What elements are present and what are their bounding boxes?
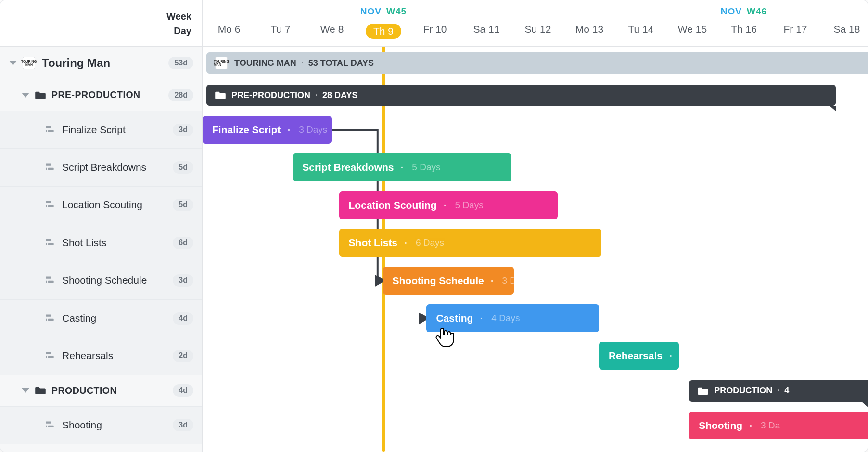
duration-badge: 53d [168,57,193,69]
task-bar[interactable]: Finalize Script·3 Days [203,116,332,144]
caret-icon[interactable] [22,388,29,393]
svg-rect-0 [46,126,51,128]
project-banner-name: TOURING MAN [234,58,296,68]
svg-rect-15 [46,314,51,316]
task-bar-duration: 6 Days [416,238,444,248]
duration-badge: 28d [168,89,193,101]
svg-rect-17 [46,318,47,320]
svg-rect-3 [46,164,51,166]
sidebar-task-row[interactable]: Shooting3d [0,407,202,444]
folder-icon [215,91,226,100]
svg-rect-14 [46,281,47,283]
duration-badge: 4d [173,312,193,325]
task-icon [46,314,55,322]
caret-icon[interactable] [9,61,17,65]
task-bar[interactable]: Shooting Schedule·3 Days [383,267,514,295]
task-bar[interactable]: Casting·4 Days [426,304,599,332]
label-week: Week [166,9,191,24]
task-bar-name: Shooting Schedule [393,275,484,287]
folder-icon [35,91,46,100]
task-bar-duration: 5 Days [455,200,484,211]
day-label[interactable]: Fr 17 [769,24,822,35]
day-label[interactable]: Fr 10 [408,24,461,35]
task-bar-duration: 3 Days [299,125,327,135]
day-label[interactable]: Tu 14 [614,24,667,35]
task-bar-duration: 3 Days [502,276,514,286]
sidebar-task-row[interactable]: Shot Lists6d [0,224,202,262]
task-icon [46,126,55,134]
task-name: Shooting [62,419,169,431]
duration-badge: 3d [173,274,193,287]
task-icon [46,421,55,429]
sidebar-task-row[interactable]: Shooting Schedule3d [0,262,202,300]
svg-rect-8 [46,205,47,207]
task-bar-name: Shooting [699,420,742,431]
project-banner-meta: 53 TOTAL DAYS [308,58,374,68]
week-label: NOVW46 [717,6,770,17]
sidebar[interactable]: TOURINGMANTouring Man53dPRE-PRODUCTION28… [0,47,203,452]
day-label[interactable]: Mo 6 [203,24,255,35]
task-bar[interactable]: Shot Lists·6 Days [339,229,602,257]
phase-banner-meta: 4 [784,386,789,396]
caret-icon[interactable] [22,93,29,98]
sidebar-task-row[interactable]: Rehearsals2d [0,337,202,375]
task-name: Location Scouting [62,199,169,211]
day-label[interactable]: Th 9 [357,24,410,39]
task-bar[interactable]: Shooting·3 Da [689,412,868,439]
sidebar-task-row[interactable]: Script Breakdowns5d [0,149,202,186]
svg-rect-7 [48,205,54,207]
timeline-header[interactable]: NOVW45NOVW46 Mo 6Tu 7We 8Th 9Fr 10Sa 11S… [203,0,868,47]
task-bar[interactable]: Rehearsals·2... [599,342,679,370]
svg-rect-18 [46,352,51,354]
sidebar-project-row[interactable]: TOURINGMANTouring Man53d [0,47,202,79]
task-icon [46,352,55,360]
svg-rect-21 [46,422,51,424]
task-bar[interactable]: Script Breakdowns·5 Days [293,153,511,181]
folder-icon [698,387,708,395]
sidebar-task-row[interactable]: Finalize Script3d [0,111,202,149]
task-bar-duration: 5 Days [412,162,440,173]
phase-banner[interactable]: PRODUCTION·4 [689,380,868,402]
svg-rect-12 [46,277,51,279]
task-bar-name: Script Breakdowns [302,162,394,173]
day-label[interactable]: Mo 13 [563,24,616,35]
task-bar-duration: 3 Da [761,420,780,431]
task-name: Shooting Schedule [62,275,169,286]
header-left-labels: Week Day [0,0,203,47]
phase-banner-meta: 28 DAYS [322,90,357,100]
svg-rect-2 [46,130,47,132]
task-name: Shot Lists [62,237,169,249]
sidebar-phase-row[interactable]: PRE-PRODUCTION28d [0,79,202,111]
task-name: Finalize Script [62,124,169,136]
timeline-body[interactable]: TOURINGMANTOURING MAN·53 TOTAL DAYSPRE-P… [203,47,868,452]
task-bar[interactable]: Location Scouting·5 Days [339,191,558,219]
svg-rect-11 [46,243,47,245]
duration-badge: 3d [173,124,193,136]
folder-icon [35,386,46,395]
phase-name: PRODUCTION [51,385,169,396]
day-label[interactable]: We 15 [666,24,719,35]
svg-rect-20 [46,356,47,358]
svg-rect-10 [48,243,54,245]
task-name: Rehearsals [62,350,169,362]
duration-badge: 2d [173,350,193,362]
day-label[interactable]: Sa 18 [820,24,868,35]
day-label[interactable]: Su 12 [511,24,564,35]
task-bar-name: Location Scouting [349,200,437,211]
svg-rect-6 [46,201,51,203]
phase-banner[interactable]: PRE-PRODUCTION·28 DAYS [206,85,836,106]
task-bar-duration: 4 Days [491,313,520,324]
sidebar-task-row[interactable]: Casting4d [0,300,202,337]
sidebar-task-row[interactable]: Location Scouting5d [0,187,202,224]
phase-banner-name: PRODUCTION [714,386,772,396]
sidebar-phase-row[interactable]: PRODUCTION4d [0,375,202,407]
project-banner[interactable]: TOURINGMANTOURING MAN·53 TOTAL DAYS [206,52,868,74]
svg-rect-19 [48,356,54,358]
task-bar-name: Casting [436,313,473,324]
task-bar-name: Rehearsals [609,350,663,362]
day-label[interactable]: Tu 7 [254,24,307,35]
day-label[interactable]: We 8 [306,24,358,35]
day-label[interactable]: Sa 11 [460,24,513,35]
day-label[interactable]: Th 16 [717,24,770,35]
task-icon [46,201,55,209]
